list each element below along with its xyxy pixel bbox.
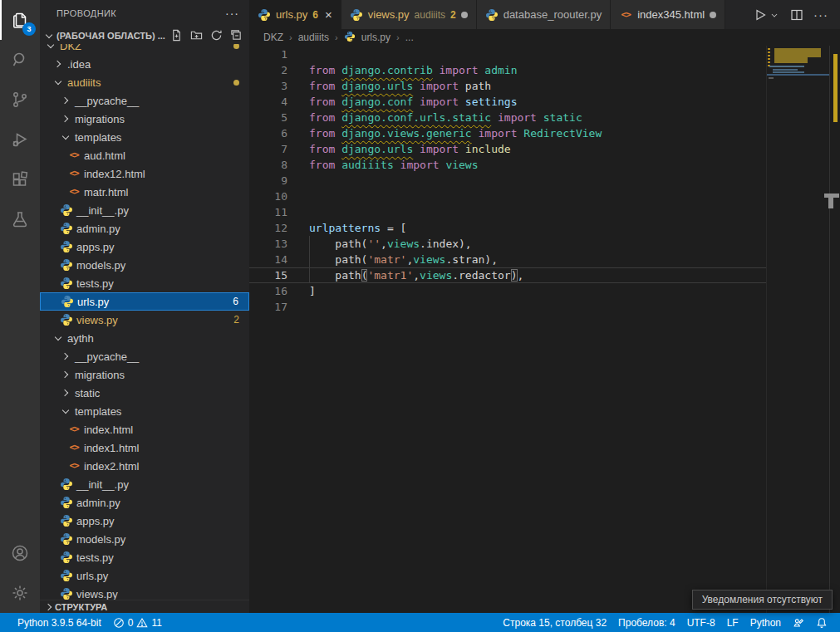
notifications-bell-button[interactable] <box>810 613 833 632</box>
code-line-1[interactable]: 1 <box>249 47 766 62</box>
tree-item-aythh[interactable]: aythh <box>40 329 249 347</box>
tab-database-roouter-py[interactable]: database_roouter.py <box>477 0 612 29</box>
extensions-activity-button[interactable] <box>0 159 40 199</box>
tree-item-migrations[interactable]: migrations <box>40 365 249 384</box>
tree-item-index2-html[interactable]: <>index2.html <box>40 457 249 475</box>
split-editor-icon[interactable] <box>790 8 803 22</box>
line-number[interactable]: 5 <box>249 110 287 125</box>
tree-item-tests-py[interactable]: tests.py <box>40 274 249 292</box>
indentation-status[interactable]: Пробелов: 4 <box>612 613 681 632</box>
breadcrumb-item-urls-py[interactable]: urls.py <box>361 32 391 43</box>
code-line-11[interactable]: 11 <box>249 204 766 220</box>
breadcrumb-item-audiiits[interactable]: audiiits <box>298 32 329 43</box>
code-line-2[interactable]: 2from django.contrib import admin <box>249 62 766 78</box>
tree-item-index1-html[interactable]: <>index1.html <box>40 438 249 457</box>
line-number[interactable]: 7 <box>249 141 287 157</box>
search-activity-button[interactable] <box>0 40 40 80</box>
account-button[interactable] <box>0 533 40 573</box>
tree-item-urls-py[interactable]: urls.py <box>40 566 249 585</box>
code-line-8[interactable]: 8from audiiits import views <box>249 157 766 173</box>
line-number[interactable]: 6 <box>249 125 287 141</box>
line-number[interactable]: 4 <box>249 94 287 110</box>
testing-activity-button[interactable] <box>0 199 40 239</box>
overview-ruler[interactable] <box>829 46 840 613</box>
code-line-3[interactable]: 3from django.urls import path <box>249 78 766 94</box>
tree-item-models-py[interactable]: models.py <box>40 256 249 274</box>
explorer-activity-button[interactable]: 3 <box>0 0 40 40</box>
line-number[interactable]: 11 <box>249 204 287 220</box>
tree-item-models-py[interactable]: models.py <box>40 530 249 548</box>
line-number[interactable]: 14 <box>249 252 287 267</box>
encoding-status[interactable]: UTF-8 <box>681 613 721 632</box>
tree-item-migrations[interactable]: migrations <box>40 110 249 128</box>
tree-item-aud-html[interactable]: <>aud.html <box>40 146 249 164</box>
tree-item-admin-py[interactable]: admin.py <box>40 219 249 238</box>
tree-item-admin-py[interactable]: admin.py <box>40 493 249 512</box>
tree-item--init-py[interactable]: __init__.py <box>40 475 249 493</box>
explorer-more-actions-icon[interactable]: ··· <box>225 7 239 20</box>
tab-views-py[interactable]: views.pyaudiiits2 <box>341 0 477 29</box>
code-line-4[interactable]: 4from django.conf import settings <box>249 94 766 110</box>
new-folder-icon[interactable] <box>189 29 203 42</box>
code-line-5[interactable]: 5from django.conf.urls.static import sta… <box>249 110 766 125</box>
line-number[interactable]: 15 <box>249 267 287 283</box>
tree-item--pycache-[interactable]: __pycache__ <box>40 91 249 110</box>
tree-item-templates[interactable]: templates <box>40 402 249 420</box>
language-mode-status[interactable]: Python <box>744 613 787 632</box>
workspace-section-header[interactable]: (РАБОЧАЯ ОБЛАСТЬ) ... <box>40 27 249 44</box>
run-debug-activity-button[interactable] <box>0 120 40 159</box>
line-number[interactable]: 13 <box>249 236 287 252</box>
tree-item--pycache-[interactable]: __pycache__ <box>40 347 249 365</box>
refresh-icon[interactable] <box>209 29 223 42</box>
line-number[interactable]: 12 <box>249 220 287 236</box>
line-number[interactable]: 10 <box>249 189 287 204</box>
code-line-14[interactable]: 14 path('matr',views.stran), <box>249 252 766 267</box>
tree-item-urls-py[interactable]: urls.py6 <box>40 292 249 311</box>
collapse-all-icon[interactable] <box>229 29 243 42</box>
tree-item--init-py[interactable]: __init__.py <box>40 201 249 219</box>
feedback-button[interactable] <box>787 613 810 632</box>
breadcrumb-item-symbol[interactable]: ... <box>405 32 414 43</box>
line-number[interactable]: 8 <box>249 157 287 173</box>
tree-item-views-py[interactable]: views.py2 <box>40 311 249 329</box>
code-line-15[interactable]: 15 path('matr1',views.redactor), <box>249 267 766 283</box>
tree-item-matr-html[interactable]: <>matr.html <box>40 183 249 201</box>
breadcrumb-item-dkz[interactable]: DKZ <box>263 32 283 43</box>
tree-item-static[interactable]: static <box>40 384 249 402</box>
code-line-9[interactable]: 9 <box>249 173 766 189</box>
line-number[interactable]: 16 <box>249 283 287 299</box>
python-interpreter-status[interactable]: Python 3.9.5 64-bit <box>12 613 107 632</box>
code-line-13[interactable]: 13 path('',views.index), <box>249 236 766 252</box>
tree-item-views-py[interactable]: views.py <box>40 585 249 600</box>
line-number[interactable]: 1 <box>249 47 287 62</box>
eol-status[interactable]: LF <box>721 613 744 632</box>
tree-item-apps-py[interactable]: apps.py <box>40 512 249 530</box>
code-line-12[interactable]: 12urlpatterns = [ <box>249 220 766 236</box>
tree-item-index-html[interactable]: <>index.html <box>40 420 249 438</box>
tree-item-tests-py[interactable]: tests.py <box>40 548 249 566</box>
source-control-activity-button[interactable] <box>0 80 40 120</box>
tab-urls-py[interactable]: urls.py6× <box>249 0 341 29</box>
cursor-position-status[interactable]: Строка 15, столбец 32 <box>497 613 612 632</box>
editor-more-actions-icon[interactable]: ··· <box>813 7 828 22</box>
outline-section-header[interactable]: СТРУКТУРА <box>40 600 249 613</box>
run-python-file-button[interactable] <box>754 8 780 22</box>
tree-item-index12-html[interactable]: <>index12.html <box>40 164 249 183</box>
code-line-7[interactable]: 7from django.urls import include <box>249 141 766 157</box>
tree-item--idea[interactable]: .idea <box>40 55 249 73</box>
settings-button[interactable] <box>0 573 40 613</box>
code-line-10[interactable]: 10 <box>249 189 766 204</box>
code-line-6[interactable]: 6from django.views.generic import Redire… <box>249 125 766 141</box>
tab-index345-html[interactable]: <>index345.html <box>611 0 725 29</box>
problems-status[interactable]: 0 11 <box>107 613 168 632</box>
run-dropdown-chevron-icon[interactable] <box>769 10 779 19</box>
line-number[interactable]: 17 <box>249 299 287 315</box>
code-editor[interactable]: 12from django.contrib import admin3from … <box>249 46 840 613</box>
minimap[interactable] <box>766 46 829 613</box>
tree-item-DKZ[interactable]: DKZ <box>40 44 249 55</box>
line-number[interactable]: 2 <box>249 62 287 78</box>
tree-item-audiiits[interactable]: audiiits <box>40 73 249 91</box>
new-file-icon[interactable] <box>169 29 183 42</box>
code-line-17[interactable]: 17 <box>249 299 766 315</box>
line-number[interactable]: 9 <box>249 173 287 189</box>
